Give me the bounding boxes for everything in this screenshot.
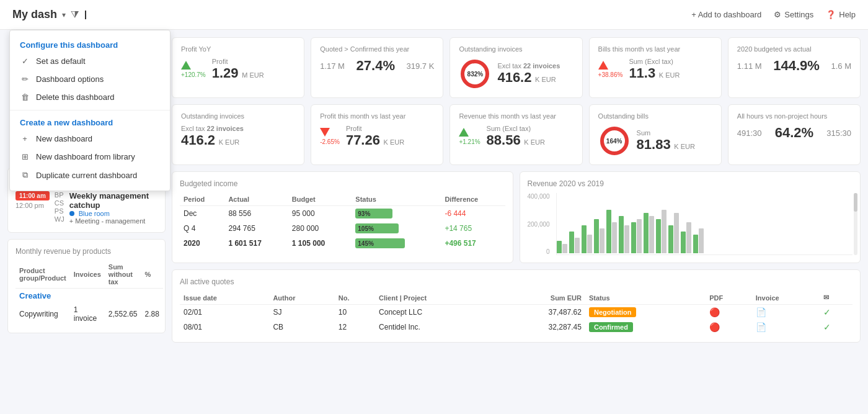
quote-invoice-doc[interactable]: 📄 [752,305,820,320]
table-row: 02/01 SJ 10 Concept LLC 37,487.62 Negoti… [180,305,852,320]
quote-author: CB [269,320,334,335]
metric-prefix: Excl tax 22 invoices [181,125,244,132]
dropdown-divider [10,110,170,110]
from-library-item[interactable]: ⊞ New dashboard from library [10,148,170,166]
duplicate-item[interactable]: ⧉ Duplicate current dashboard [10,166,170,184]
event-time-col: 11:00 am 12:00 pm [16,191,50,209]
dashboard-options-item[interactable]: ✏ Dashboard options [10,70,170,88]
arrow-up-red-icon [598,61,608,70]
quote-pdf[interactable]: 🔴 [706,305,752,320]
settings-icon: ⚙ [774,10,781,19]
quote-pdf[interactable]: 🔴 [706,320,752,335]
col-author: Author [269,291,334,305]
col-status: Status [352,193,441,206]
pdf-icon[interactable]: 🔴 [709,322,720,332]
quote-invoice-doc[interactable]: 📄 [752,320,820,335]
filter-icon[interactable]: ⧩ [71,9,79,20]
quote-no: 10 [335,305,375,320]
status-badge: Negotiation [589,307,637,317]
room-dot-icon [69,211,74,216]
metric-label: Quoted > Confirmed this year [320,45,434,53]
quote-status: Confirmed [585,320,706,335]
event-room: Blue room [69,210,157,217]
quote-status: Negotiation [585,305,706,320]
metric-value: 88.56 [487,132,521,148]
col-email: ✉ [820,291,852,305]
event-people: BP CS PS WJ [55,191,64,223]
metric-label: Bills this month vs last year [598,45,712,53]
duplicate-icon: ⧉ [20,170,30,180]
metric-left: 491:30 [737,128,762,138]
chart-yaxis: 400,000 200,000 0 [528,193,552,255]
quote-author: SJ [269,305,334,320]
library-icon: ⊞ [20,152,30,161]
budget-2020: 1 105 000 [288,236,352,251]
metric-label: Outstanding bills [598,112,712,120]
col-no: No. [335,291,375,305]
metric-prefix: Excl tax 22 invoices [497,62,560,70]
trash-icon: 🗑 [20,92,30,102]
doc-icon[interactable]: 📄 [756,322,766,332]
bar-chart [556,193,852,255]
diff-2020: +496 517 [441,236,505,251]
doc-icon[interactable]: 📄 [756,307,766,317]
header-right: + Add to dashboard ⚙ Settings ❓ Help [691,10,856,19]
help-button[interactable]: ❓ Help [826,10,856,19]
person-ps: PS [55,207,64,215]
add-to-dashboard-button[interactable]: + Add to dashboard [691,10,761,19]
metric-value: 81.83 [637,137,671,152]
pdf-icon[interactable]: 🔴 [709,307,720,317]
quotes-title: All active quotes [180,277,852,286]
revenue-table-title: Monthly revenue by products [16,247,157,256]
status-dec: 93% [352,206,441,222]
scrollbar-track[interactable] [854,193,857,255]
metric-label: Revenue this month vs last year [459,112,573,120]
cursor [85,11,91,19]
set-default-item[interactable]: ✓ Set as default [10,52,170,70]
budget-header: Period Actual Budget Status Difference [180,193,505,206]
metric-label: Outstanding invoices [459,45,573,53]
check-icon[interactable]: ✓ [823,322,831,332]
metric-unit: K EUR [535,76,556,83]
metric-unit: K EUR [674,143,695,150]
product-name: Copywriting [16,303,70,325]
pencil-icon: ✏ [20,74,30,84]
scrollbar-thumb[interactable] [854,193,857,212]
header-left: My dash ▾ ⧩ [12,8,91,21]
event-row: 11:00 am 12:00 pm BP CS PS WJ Weekly man… [16,191,157,225]
donut-chart: 832% [459,58,491,90]
quotes-header: Issue date Author No. Client | Project S… [180,291,852,305]
revenue-table: Product group/Product Invoices Sum witho… [16,261,163,325]
table-row: Dec 88 556 95 000 93% -6 444 [180,206,505,222]
metric-right: 319.7 K [407,61,435,71]
new-dashboard-item[interactable]: + New dashboard [10,130,170,148]
metric-main: 27.4% [356,58,395,74]
middle-row: Budgeted income Period Actual Budget Sta… [172,171,861,263]
arrow-up-icon [181,61,191,70]
metrics-row-1: Profit YoY +120.7% Profit 1.29 M EUR Quo… [172,37,861,98]
table-row-bold: 2020 1 601 517 1 105 000 145% +496 517 [180,236,505,251]
metric-unit: K EUR [384,138,405,146]
quote-sum: 37,487.62 [496,305,585,320]
settings-button[interactable]: ⚙ Settings [774,10,813,19]
metric-outstanding-2: Outstanding invoices Excl tax 22 invoice… [172,104,304,165]
chart-title: Revenue 2020 vs 2019 [528,179,853,188]
dashboard-dropdown-arrow[interactable]: ▾ [62,11,66,19]
col-client: Client | Project [375,291,496,305]
budget-q4: 280 000 [288,221,352,236]
col-pct: % [141,261,163,289]
col-invoices: Invoices [70,261,105,289]
quote-check[interactable]: ✓ [820,320,852,335]
quote-check[interactable]: ✓ [820,305,852,320]
diff-q4: +14 765 [441,221,505,236]
delete-dashboard-item[interactable]: 🗑 Delete this dashboard [10,88,170,106]
email-icon: ✉ [823,294,829,301]
period-q4: Q 4 [180,221,224,236]
col-invoice: Invoice [752,291,820,305]
metric-sub: Sum (Excl tax) [629,58,680,65]
checkmark-icon: ✓ [20,56,30,66]
metric-all-hours: All hours vs non-project hours 491:30 64… [728,104,861,165]
status-badge-confirmed: Confirmed [589,322,633,332]
check-icon[interactable]: ✓ [823,307,831,317]
table-row: 08/01 CB 12 Centidel Inc. 32,287.45 Conf… [180,320,852,335]
